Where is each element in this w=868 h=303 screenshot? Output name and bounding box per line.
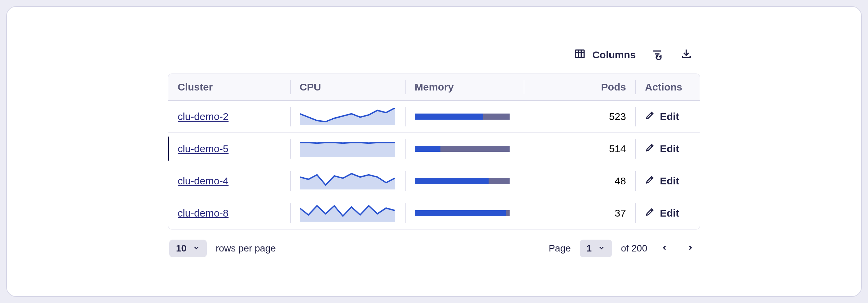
pods-cell: 37 (524, 197, 636, 229)
chevron-down-icon (193, 243, 200, 254)
pods-value: 514 (609, 143, 626, 155)
pods-cell: 523 (524, 101, 636, 133)
pagination-bar: 10 rows per page Page 1 of 200 (168, 229, 700, 257)
cpu-sparkline (300, 205, 395, 222)
col-header-memory[interactable]: Memory (405, 74, 524, 100)
cluster-link[interactable]: clu-demo-5 (178, 143, 229, 155)
reset-filters-button[interactable] (649, 46, 665, 64)
cluster-cell: clu-demo-2 (168, 101, 290, 133)
col-header-actions: Actions (635, 74, 700, 100)
pods-cell: 514 (524, 133, 636, 165)
cluster-cell: clu-demo-8 (168, 197, 290, 229)
actions-cell: Edit (635, 133, 700, 165)
table-row: clu-demo-448 Edit (168, 165, 700, 197)
pencil-icon (645, 207, 655, 219)
memory-cell (405, 133, 524, 165)
svg-line-9 (651, 178, 652, 179)
edit-label: Edit (660, 111, 679, 122)
edit-button[interactable]: Edit (645, 110, 679, 123)
pencil-icon (645, 110, 655, 123)
cpu-cell (290, 165, 406, 197)
app-frame: Columns Cluster CPU Memory Pods Actions (6, 6, 862, 297)
pencil-icon (645, 175, 655, 187)
table-row: clu-demo-2523 Edit (168, 101, 700, 133)
chevron-right-icon (687, 243, 694, 254)
memory-cell (405, 197, 524, 229)
edit-button[interactable]: Edit (645, 142, 679, 155)
cluster-link[interactable]: clu-demo-8 (178, 207, 229, 219)
pods-value: 523 (609, 111, 626, 122)
col-header-cpu[interactable]: CPU (290, 74, 406, 100)
actions-cell: Edit (635, 165, 700, 197)
cpu-cell (290, 197, 406, 229)
memory-progress (415, 178, 510, 184)
col-header-pods[interactable]: Pods (524, 74, 636, 100)
memory-cell (405, 165, 524, 197)
chevron-left-icon (661, 243, 668, 254)
filter-reset-icon (651, 48, 663, 62)
cpu-cell (290, 133, 406, 165)
page-total-label: of 200 (621, 243, 647, 254)
pagination-left: 10 rows per page (169, 240, 276, 257)
table-toolbar: Columns (168, 46, 700, 74)
cluster-link[interactable]: clu-demo-2 (178, 111, 229, 122)
pods-cell: 48 (524, 165, 636, 197)
download-button[interactable] (678, 46, 694, 64)
memory-cell (405, 101, 524, 133)
cpu-cell (290, 101, 406, 133)
svg-line-10 (651, 210, 652, 211)
svg-line-7 (651, 113, 652, 115)
rows-per-page-select[interactable]: 10 (169, 240, 207, 257)
cpu-sparkline (300, 140, 395, 157)
page-select[interactable]: 1 (580, 240, 612, 257)
cluster-cell: clu-demo-4 (168, 165, 290, 197)
rows-per-page-label: rows per page (216, 243, 276, 254)
cluster-link[interactable]: clu-demo-4 (178, 175, 229, 187)
pencil-icon (645, 142, 655, 155)
edit-button[interactable]: Edit (645, 207, 679, 219)
columns-icon (574, 48, 586, 62)
columns-button[interactable]: Columns (574, 48, 636, 62)
svg-rect-0 (575, 50, 584, 58)
edit-label: Edit (660, 143, 679, 155)
memory-progress (415, 146, 510, 152)
columns-label: Columns (592, 49, 636, 61)
edit-label: Edit (660, 207, 679, 219)
cpu-sparkline (300, 108, 395, 125)
col-header-cluster[interactable]: Cluster (168, 74, 290, 100)
active-row-indicator (168, 136, 169, 161)
current-page-value: 1 (587, 243, 592, 254)
chevron-down-icon (598, 243, 605, 254)
actions-cell: Edit (635, 101, 700, 133)
cluster-cell: clu-demo-5 (168, 133, 290, 165)
pagination-right: Page 1 of 200 (549, 240, 699, 257)
svg-line-8 (651, 145, 652, 147)
memory-progress (415, 114, 510, 120)
table-body: clu-demo-2523 Edit clu-demo-5514 Edit cl… (168, 101, 700, 229)
table-row: clu-demo-837 Edit (168, 197, 700, 229)
table-row: clu-demo-5514 Edit (168, 133, 700, 165)
edit-button[interactable]: Edit (645, 175, 679, 187)
table-header-row: Cluster CPU Memory Pods Actions (168, 74, 700, 101)
rows-per-page-value: 10 (176, 243, 186, 254)
actions-cell: Edit (635, 197, 700, 229)
cluster-table: Cluster CPU Memory Pods Actions clu-demo… (168, 74, 700, 229)
cpu-sparkline (300, 173, 395, 189)
table-container: Columns Cluster CPU Memory Pods Actions (168, 46, 700, 257)
pods-value: 48 (615, 175, 626, 187)
edit-label: Edit (660, 175, 679, 187)
memory-progress (415, 210, 510, 216)
next-page-button[interactable] (682, 240, 699, 257)
page-label: Page (549, 243, 571, 254)
download-icon (680, 48, 692, 62)
prev-page-button[interactable] (656, 240, 673, 257)
pods-value: 37 (615, 207, 626, 219)
